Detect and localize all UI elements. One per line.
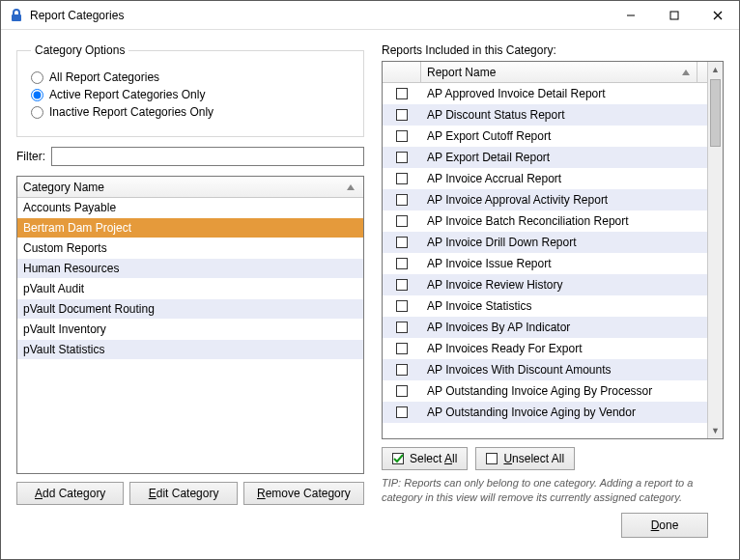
- report-checkbox-cell[interactable]: [383, 406, 421, 418]
- report-name-cell: AP Invoice Approval Activity Report: [421, 193, 707, 207]
- checkbox-icon[interactable]: [396, 237, 408, 248]
- checkbox-icon[interactable]: [396, 88, 408, 99]
- category-row[interactable]: Accounts Payable: [17, 198, 363, 218]
- report-row[interactable]: AP Invoice Accrual Report: [383, 168, 707, 189]
- category-row[interactable]: pVault Audit: [17, 279, 363, 299]
- reports-scrollbar[interactable]: ▲ ▼: [707, 62, 723, 438]
- checkbox-icon[interactable]: [396, 406, 408, 418]
- filter-label: Filter:: [16, 150, 45, 163]
- report-name-cell: AP Invoice Review History: [421, 278, 707, 292]
- report-name-cell: AP Invoices With Discount Amounts: [421, 363, 707, 377]
- scroll-up-icon[interactable]: ▲: [708, 62, 723, 77]
- radio-inactive-only-input[interactable]: [31, 106, 43, 119]
- report-checkbox-cell[interactable]: [383, 385, 421, 397]
- close-button[interactable]: [696, 1, 739, 29]
- checkmark-icon: [392, 453, 404, 464]
- report-checkbox-cell[interactable]: [383, 300, 421, 312]
- checkbox-icon[interactable]: [396, 215, 408, 227]
- report-checkbox-cell[interactable]: [383, 194, 421, 206]
- report-checkbox-cell[interactable]: [383, 343, 421, 354]
- report-checkbox-cell[interactable]: [383, 279, 421, 291]
- checkbox-icon[interactable]: [396, 194, 408, 206]
- scroll-thumb[interactable]: [710, 79, 721, 147]
- radio-inactive-only[interactable]: Inactive Report Categories Only: [31, 105, 350, 119]
- report-row[interactable]: AP Export Cutoff Report: [383, 126, 707, 147]
- category-header[interactable]: Category Name: [17, 177, 363, 198]
- done-button[interactable]: Done: [621, 513, 708, 538]
- checkbox-icon[interactable]: [396, 343, 408, 354]
- checkbox-icon[interactable]: [396, 300, 408, 312]
- maximize-button[interactable]: [652, 1, 696, 29]
- report-checkbox-cell[interactable]: [383, 152, 421, 163]
- category-row[interactable]: Human Resources: [17, 259, 363, 279]
- checkbox-icon[interactable]: [396, 130, 408, 142]
- sort-ascending-icon: [346, 182, 356, 195]
- report-checkbox-cell[interactable]: [383, 322, 421, 333]
- category-row[interactable]: pVault Document Routing: [17, 299, 363, 320]
- report-row[interactable]: AP Outstanding Invoice Aging By Processo…: [383, 380, 707, 402]
- minimize-button[interactable]: [609, 1, 652, 29]
- titlebar: Report Categories: [1, 1, 739, 30]
- checkbox-icon[interactable]: [396, 258, 408, 269]
- reports-grid: Report Name AP Approved Invoice Detail R…: [382, 61, 724, 439]
- report-checkbox-cell[interactable]: [383, 215, 421, 227]
- system-buttons: [609, 1, 739, 29]
- report-row[interactable]: AP Discount Status Report: [383, 104, 707, 126]
- report-row[interactable]: AP Invoice Issue Report: [383, 253, 707, 274]
- select-all-button[interactable]: Select All: [382, 447, 468, 470]
- report-row[interactable]: AP Invoices Ready For Export: [383, 338, 707, 359]
- radio-all-categories-input[interactable]: [31, 71, 43, 84]
- report-name-cell: AP Export Detail Report: [421, 151, 707, 164]
- remove-category-button[interactable]: Remove Category: [243, 482, 364, 505]
- radio-active-only[interactable]: Active Report Categories Only: [31, 88, 350, 101]
- radio-active-only-label: Active Report Categories Only: [49, 88, 205, 101]
- checkbox-icon[interactable]: [396, 279, 408, 291]
- category-header-label: Category Name: [23, 181, 104, 194]
- edit-category-button[interactable]: Edit Category: [129, 482, 237, 505]
- add-category-button[interactable]: Add Category: [16, 482, 124, 505]
- reports-header-name-label: Report Name: [427, 66, 496, 79]
- report-row[interactable]: AP Invoice Drill Down Report: [383, 232, 707, 253]
- checkbox-icon[interactable]: [396, 385, 408, 397]
- radio-active-only-input[interactable]: [31, 89, 43, 101]
- report-checkbox-cell[interactable]: [383, 109, 421, 121]
- report-checkbox-cell[interactable]: [383, 130, 421, 142]
- report-row[interactable]: AP Outstanding Invoice Aging by Vendor: [383, 402, 707, 423]
- reports-header-name-col[interactable]: Report Name: [421, 62, 697, 82]
- filter-input[interactable]: [51, 147, 364, 166]
- report-checkbox-cell[interactable]: [383, 88, 421, 99]
- checkbox-icon[interactable]: [396, 173, 408, 184]
- report-row[interactable]: AP Invoice Approval Activity Report: [383, 189, 707, 210]
- unselect-all-button[interactable]: Unselect All: [475, 447, 575, 470]
- checkbox-icon[interactable]: [396, 152, 408, 163]
- report-row[interactable]: AP Invoices With Discount Amounts: [383, 359, 707, 380]
- filter-row: Filter:: [16, 147, 364, 166]
- reports-label: Reports Included in this Category:: [382, 43, 724, 57]
- report-row[interactable]: AP Invoice Statistics: [383, 295, 707, 317]
- checkbox-icon[interactable]: [396, 364, 408, 376]
- report-checkbox-cell[interactable]: [383, 364, 421, 376]
- report-row[interactable]: AP Approved Invoice Detail Report: [383, 83, 707, 104]
- category-options-legend: Category Options: [31, 43, 128, 57]
- report-row[interactable]: AP Invoices By AP Indicator: [383, 317, 707, 338]
- report-checkbox-cell[interactable]: [383, 173, 421, 184]
- reports-header-gap: [697, 62, 707, 82]
- category-row[interactable]: Custom Reports: [17, 238, 363, 259]
- checkbox-icon[interactable]: [396, 322, 408, 333]
- category-row[interactable]: pVault Statistics: [17, 340, 363, 360]
- category-row[interactable]: pVault Inventory: [17, 320, 363, 340]
- report-row[interactable]: AP Invoice Batch Reconciliation Report: [383, 210, 707, 232]
- report-row[interactable]: AP Invoice Review History: [383, 274, 707, 295]
- report-checkbox-cell[interactable]: [383, 258, 421, 269]
- empty-checkbox-icon: [486, 453, 498, 464]
- reports-header-checkbox-col[interactable]: [383, 62, 421, 82]
- report-name-cell: AP Outstanding Invoice Aging By Processo…: [421, 384, 707, 398]
- category-row[interactable]: Bertram Dam Project: [17, 218, 363, 238]
- category-body[interactable]: Accounts PayableBertram Dam ProjectCusto…: [17, 198, 363, 473]
- checkbox-icon[interactable]: [396, 109, 408, 121]
- radio-all-categories[interactable]: All Report Categories: [31, 70, 350, 84]
- reports-body[interactable]: AP Approved Invoice Detail ReportAP Disc…: [383, 83, 707, 438]
- report-checkbox-cell[interactable]: [383, 237, 421, 248]
- scroll-down-icon[interactable]: ▼: [708, 423, 723, 438]
- report-row[interactable]: AP Export Detail Report: [383, 147, 707, 168]
